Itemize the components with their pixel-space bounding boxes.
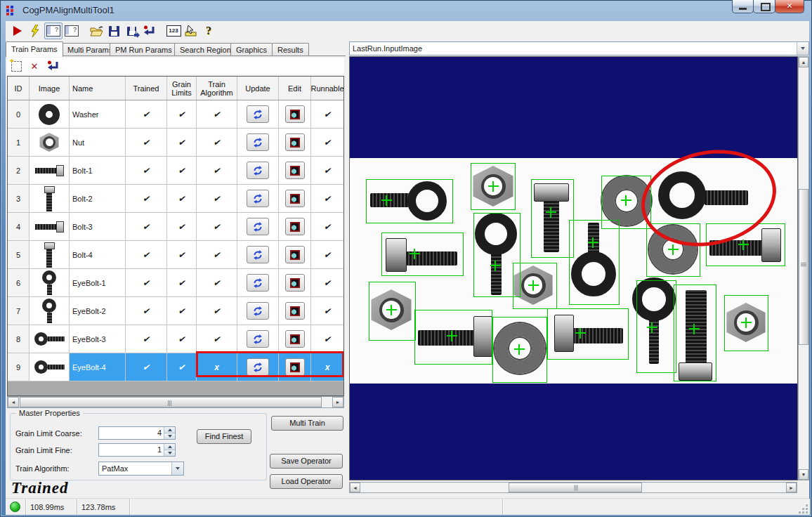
edit-region-icon — [290, 166, 300, 176]
spin-down-icon[interactable] — [164, 450, 175, 456]
edit-button[interactable] — [285, 330, 305, 348]
status-panel — [130, 499, 503, 515]
scroll-right-arrow[interactable]: ► — [332, 397, 343, 407]
scroll-left-arrow[interactable]: ◄ — [350, 483, 360, 492]
pattern-name: Washer — [70, 100, 126, 128]
grid-h-scrollbar[interactable]: ◄ ► — [7, 396, 344, 408]
grain-limit-fine-label: Grain Limit Fine: — [15, 446, 72, 454]
pattern-name: EyeBolt-3 — [70, 325, 126, 353]
close-button[interactable]: ✕ — [775, 0, 804, 13]
edit-button[interactable] — [285, 162, 305, 179]
grain-limits-flag: ✔ — [167, 157, 197, 184]
float-controls-icon[interactable] — [63, 23, 80, 39]
train-algorithm-combobox[interactable]: PatMax — [98, 462, 184, 476]
edit-button[interactable] — [285, 274, 305, 292]
refresh-icon — [252, 334, 263, 345]
help-icon[interactable]: ? — [200, 23, 217, 39]
open-file-icon[interactable] — [88, 23, 105, 39]
pattern-row-washer[interactable]: 0Washer✔✔✔✔ — [8, 100, 343, 129]
pattern-row-eyebolt-3[interactable]: 8EyeBolt-3✔✔✔✔ — [8, 325, 343, 353]
scroll-up-arrow[interactable]: ▲ — [799, 57, 808, 67]
update-button[interactable] — [247, 162, 269, 179]
update-button[interactable] — [247, 105, 269, 123]
run-icon[interactable] — [9, 23, 26, 39]
pattern-row-bolt-1[interactable]: 2Bolt-1✔✔✔✔ — [8, 157, 343, 185]
update-button[interactable] — [247, 218, 269, 235]
display-v-scrollbar[interactable]: ▲ ▼ — [798, 56, 809, 480]
pattern-row-bolt-2[interactable]: 3Bolt-2✔✔✔✔ — [8, 185, 343, 213]
display-h-scrollbar[interactable]: ◄ ► — [349, 482, 797, 493]
delete-pattern-icon[interactable]: ✕ — [25, 59, 44, 73]
save-as-icon[interactable] — [123, 23, 140, 39]
resize-grip[interactable] — [798, 504, 808, 513]
pattern-row-bolt-4[interactable]: 5Bolt-4✔✔✔✔ — [8, 241, 343, 269]
grain-limit-fine-field[interactable]: 1 — [98, 443, 176, 457]
trained-flag: ✔ — [126, 325, 167, 353]
p-cross — [588, 237, 598, 248]
scroll-down-arrow[interactable]: ▼ — [799, 469, 808, 480]
grain-limits-flag: ✔ — [167, 100, 197, 128]
edit-button[interactable] — [285, 246, 305, 263]
pattern-row-eyebolt-1[interactable]: 6EyeBolt-1✔✔✔✔ — [8, 269, 343, 297]
edit-button[interactable] — [285, 133, 305, 151]
measure-pointer-icon[interactable] — [183, 23, 199, 39]
edit-button[interactable] — [285, 105, 305, 123]
edit-cell — [279, 353, 311, 381]
maximize-button[interactable] — [753, 0, 775, 13]
scroll-thumb[interactable] — [20, 397, 322, 407]
tab-pm-run-params[interactable]: PM Run Params — [110, 43, 178, 56]
edit-cell — [279, 325, 311, 353]
electric-run-icon[interactable] — [27, 23, 44, 39]
runnable-flag: ✔ — [311, 100, 343, 128]
title-bar[interactable]: CogPMAlignMultiTool1 ✕ — [0, 0, 812, 21]
update-cell — [237, 213, 279, 240]
edit-button[interactable] — [285, 218, 305, 235]
data-123-icon[interactable]: 123 — [165, 23, 182, 39]
update-button[interactable] — [247, 358, 269, 376]
pattern-row-eyebolt-2[interactable]: 7EyeBolt-2✔✔✔✔ — [8, 297, 343, 325]
tab-graphics[interactable]: Graphics — [230, 43, 273, 56]
spin-up-icon[interactable] — [164, 427, 175, 433]
minimize-button[interactable] — [732, 0, 754, 13]
update-button[interactable] — [247, 133, 269, 151]
save-icon[interactable] — [105, 23, 122, 39]
edit-button[interactable] — [285, 190, 305, 207]
part-box — [366, 179, 453, 223]
load-operator-button[interactable]: Load Operator — [270, 474, 343, 489]
tab-train-params[interactable]: Train Params — [6, 41, 63, 57]
scroll-thumb[interactable] — [799, 189, 808, 345]
image-display[interactable] — [349, 56, 798, 480]
p-cross — [490, 261, 501, 271]
reset-icon[interactable] — [140, 23, 157, 39]
multi-train-button[interactable]: Multi Train — [271, 416, 343, 431]
update-button[interactable] — [247, 190, 269, 207]
show-controls-icon[interactable] — [44, 22, 63, 39]
pattern-thumbnail — [30, 241, 70, 268]
add-pattern-icon[interactable] — [7, 59, 25, 73]
tab-search-region[interactable]: Search Region — [174, 43, 237, 56]
spin-down-icon[interactable] — [164, 433, 175, 439]
pattern-row-bolt-3[interactable]: 4Bolt-3✔✔✔✔ — [8, 213, 343, 241]
find-finest-button[interactable]: Find Finest — [197, 429, 251, 444]
refresh-icon — [252, 137, 263, 148]
update-button[interactable] — [247, 274, 269, 292]
tab-results[interactable]: Results — [272, 43, 309, 56]
part-box — [381, 233, 464, 276]
spin-up-icon[interactable] — [164, 444, 175, 450]
edit-button[interactable] — [285, 358, 305, 376]
train-algorithm-flag: ✔ — [197, 269, 237, 296]
scroll-right-arrow[interactable]: ► — [786, 483, 797, 492]
grain-limit-coarse-field[interactable]: 4 — [98, 426, 176, 440]
edit-button[interactable] — [285, 302, 305, 320]
update-cell — [237, 185, 279, 212]
pattern-row-nut[interactable]: 1Nut✔✔✔✔ — [8, 129, 343, 157]
update-button[interactable] — [247, 302, 269, 320]
scroll-left-arrow[interactable]: ◄ — [8, 397, 19, 407]
scroll-thumb[interactable] — [509, 483, 642, 492]
reset-patterns-icon[interactable] — [44, 59, 62, 73]
update-button[interactable] — [247, 246, 269, 263]
update-button[interactable] — [247, 330, 269, 348]
pattern-row-eyebolt-4[interactable]: 9EyeBolt-4✔✔xx — [8, 353, 343, 381]
display-source-combobox[interactable]: LastRun.InputImage — [349, 41, 809, 55]
save-operator-button[interactable]: Save Operator — [270, 454, 343, 469]
